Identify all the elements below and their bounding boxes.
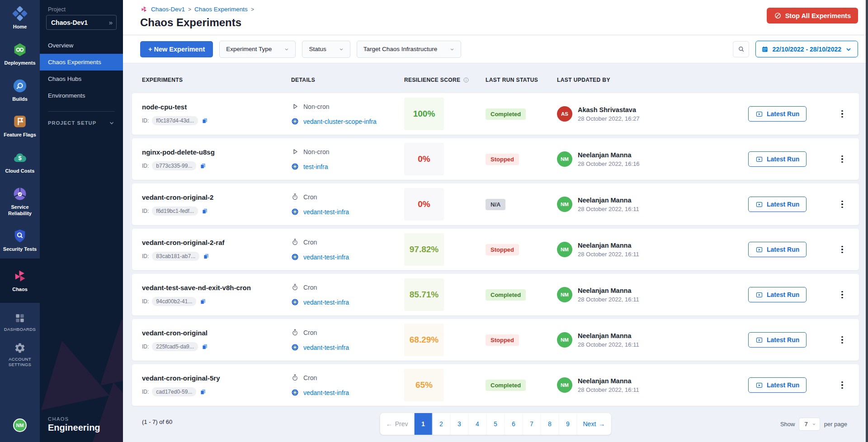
row-menu-button[interactable] xyxy=(835,153,849,166)
page-number[interactable]: 1 xyxy=(415,413,433,435)
latest-run-button[interactable]: Latest Run xyxy=(748,151,807,167)
kubernetes-icon xyxy=(291,253,299,261)
experiment-name[interactable]: vedant-test-save-nd-exit-v8h-cron xyxy=(142,284,291,292)
action-cell: Latest Run xyxy=(748,106,827,122)
sidebar-item-security-tests[interactable]: Security Tests xyxy=(0,222,40,259)
noncron-play-icon xyxy=(291,148,299,155)
expand-projects-icon[interactable]: » xyxy=(109,19,112,26)
stop-all-experiments-button[interactable]: Stop All Experiments xyxy=(767,8,858,24)
id-label: ID: xyxy=(142,163,149,169)
experiment-type: Cron xyxy=(303,239,317,246)
user-avatar[interactable]: NM xyxy=(13,418,27,432)
project-setup-toggle[interactable]: PROJECT SETUP xyxy=(40,118,123,128)
row-menu-button[interactable] xyxy=(835,288,849,301)
next-page-button[interactable]: Next → xyxy=(577,413,611,435)
experiment-name[interactable]: vedant-cron-original-2-raf xyxy=(142,239,291,246)
sidebar-item-service-reliability[interactable]: Service Reliability xyxy=(0,180,40,223)
page-number[interactable]: 5 xyxy=(487,413,505,435)
sidebar-item-chaos-experiments[interactable]: Chaos Experiments xyxy=(40,54,123,71)
copy-icon[interactable] xyxy=(201,207,208,215)
infrastructure-link[interactable]: vedant-test-infra xyxy=(303,299,349,306)
breadcrumb-link-project[interactable]: Chaos-Dev1 xyxy=(151,6,185,13)
latest-run-button[interactable]: Latest Run xyxy=(748,242,807,257)
experiment-cell: vedant-test-save-nd-exit-v8h-cron ID: 94… xyxy=(142,284,291,306)
target-infrastructure-filter[interactable]: Target Chaos Infrastructure xyxy=(357,41,462,58)
sidebar-item-overview[interactable]: Overview xyxy=(40,37,123,54)
experiment-cell: vedant-cron-original-2-raf ID: 83cab181-… xyxy=(142,239,291,261)
experiment-type-filter[interactable]: Experiment Type xyxy=(219,41,296,58)
latest-run-button[interactable]: Latest Run xyxy=(748,287,807,302)
experiment-name[interactable]: nginx-pod-delete-u8sg xyxy=(142,148,291,156)
experiment-id: 94cd00b2-41... xyxy=(152,297,196,306)
page-number[interactable]: 2 xyxy=(433,413,451,435)
breadcrumb-link-experiments[interactable]: Chaos Experiments xyxy=(194,6,248,13)
sidebar-item-deployments[interactable]: Deployments xyxy=(0,36,40,72)
row-menu-button[interactable] xyxy=(835,379,849,392)
infrastructure-link[interactable]: test-infra xyxy=(303,163,328,170)
page-number[interactable]: 8 xyxy=(541,413,559,435)
updated-date: 28 October 2022, 16:27 xyxy=(578,115,640,122)
avatar: NM xyxy=(557,377,572,393)
status-filter[interactable]: Status xyxy=(302,41,350,58)
row-menu-button[interactable] xyxy=(835,198,849,211)
copy-icon[interactable] xyxy=(201,117,208,124)
experiment-name[interactable]: vedant-cron-original-5ry xyxy=(142,374,291,382)
sidebar-item-environments[interactable]: Environments xyxy=(40,87,123,104)
sidebar-item-account-settings[interactable]: ACCOUNT SETTINGS xyxy=(0,337,40,372)
info-icon[interactable] xyxy=(463,77,469,83)
copy-icon[interactable] xyxy=(199,298,207,305)
prev-page-button[interactable]: ← Prev xyxy=(380,413,415,435)
new-experiment-button[interactable]: + New Experiment xyxy=(140,41,213,57)
sidebar-item-chaos[interactable]: Chaos xyxy=(0,259,40,303)
row-menu-button[interactable] xyxy=(835,108,849,121)
row-menu-button[interactable] xyxy=(835,334,849,347)
search-button[interactable] xyxy=(733,41,749,57)
infrastructure-link[interactable]: vedant-test-infra xyxy=(303,254,349,261)
feature-flags-icon xyxy=(12,114,28,129)
experiment-name[interactable]: node-cpu-test xyxy=(142,103,291,111)
sidebar-item-home[interactable]: Home xyxy=(0,0,40,36)
page-size-select[interactable]: 7 xyxy=(799,418,820,431)
copy-icon[interactable] xyxy=(201,343,208,350)
latest-run-button[interactable]: Latest Run xyxy=(748,377,807,393)
updated-date: 28 October 2022, 16:11 xyxy=(578,341,639,348)
column-experiments: EXPERIMENTS xyxy=(142,77,291,83)
infrastructure-link[interactable]: vedant-cluster-scope-infra xyxy=(303,118,377,125)
page-number[interactable]: 6 xyxy=(505,413,523,435)
calendar-icon xyxy=(761,46,769,53)
table-header: EXPERIMENTS DETAILS RESILIENCE SCORE LAS… xyxy=(132,63,859,93)
show-label: Show xyxy=(780,421,795,428)
sidebar-item-chaos-hubs[interactable]: Chaos Hubs xyxy=(40,71,123,87)
experiment-id-row: ID: f6d19bc1-fedf... xyxy=(142,207,291,216)
infrastructure-link[interactable]: vedant-test-infra xyxy=(303,344,349,351)
page-number[interactable]: 3 xyxy=(451,413,469,435)
sidebar-item-builds[interactable]: Builds xyxy=(0,72,40,108)
copy-icon[interactable] xyxy=(199,162,207,169)
stop-icon xyxy=(774,12,782,19)
experiment-name[interactable]: vedant-cron-original xyxy=(142,329,291,337)
sidebar-item-cloud-costs[interactable]: $ Cloud Costs xyxy=(0,144,40,180)
infrastructure-row: vedant-test-infra xyxy=(291,343,404,351)
latest-run-button[interactable]: Latest Run xyxy=(748,332,807,348)
details-cell: Cron vedant-test-infra xyxy=(291,283,404,306)
copy-icon[interactable] xyxy=(199,388,207,395)
sidebar-item-dashboards[interactable]: DASHBOARDS xyxy=(0,307,40,337)
project-setup-label: PROJECT SETUP xyxy=(48,120,96,126)
page-number[interactable]: 7 xyxy=(523,413,541,435)
infrastructure-row: test-infra xyxy=(291,163,404,170)
experiment-name[interactable]: vedant-cron-original-2 xyxy=(142,193,291,201)
page-number[interactable]: 4 xyxy=(469,413,487,435)
infrastructure-link[interactable]: vedant-test-infra xyxy=(303,389,349,396)
infrastructure-link[interactable]: vedant-test-infra xyxy=(303,208,349,216)
copy-icon[interactable] xyxy=(203,253,210,260)
latest-run-button[interactable]: Latest Run xyxy=(748,106,807,122)
table-row: vedant-cron-original-5ry ID: cad17ed0-59… xyxy=(132,364,859,406)
project-selector[interactable]: Chaos-Dev1 » xyxy=(46,15,117,30)
row-menu-button[interactable] xyxy=(835,243,849,256)
scrollbar[interactable] xyxy=(866,0,868,442)
page-number[interactable]: 9 xyxy=(559,413,577,435)
latest-run-button[interactable]: Latest Run xyxy=(748,197,807,212)
date-range-picker[interactable]: 22/10/2022 - 28/10/2022 xyxy=(755,41,858,57)
action-cell: Latest Run xyxy=(748,287,827,302)
sidebar-item-feature-flags[interactable]: Feature Flags xyxy=(0,108,40,144)
